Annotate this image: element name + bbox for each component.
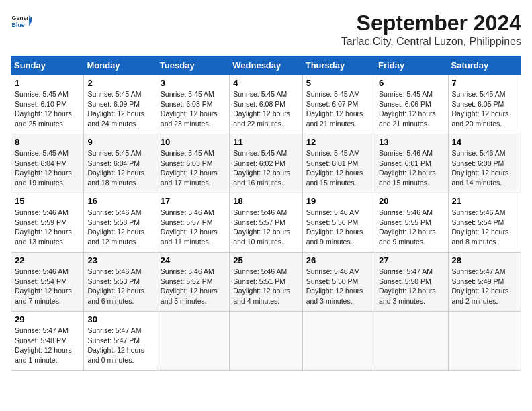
day-number: 19 bbox=[306, 196, 371, 206]
weekday-header-wednesday: Wednesday bbox=[230, 56, 302, 75]
day-info: Sunrise: 5:47 AM Sunset: 5:47 PM Dayligh… bbox=[87, 326, 152, 365]
weekday-header-thursday: Thursday bbox=[302, 56, 375, 75]
weekday-header-monday: Monday bbox=[84, 56, 157, 75]
day-info: Sunrise: 5:46 AM Sunset: 5:57 PM Dayligh… bbox=[233, 208, 298, 247]
day-number: 1 bbox=[15, 78, 80, 88]
day-number: 28 bbox=[452, 255, 517, 265]
calendar-cell: 4Sunrise: 5:45 AM Sunset: 6:08 PM Daylig… bbox=[230, 75, 302, 134]
day-info: Sunrise: 5:47 AM Sunset: 5:50 PM Dayligh… bbox=[379, 267, 444, 306]
calendar-cell bbox=[375, 312, 448, 371]
day-info: Sunrise: 5:46 AM Sunset: 5:51 PM Dayligh… bbox=[233, 267, 298, 306]
day-number: 16 bbox=[87, 196, 152, 206]
day-info: Sunrise: 5:46 AM Sunset: 6:00 PM Dayligh… bbox=[452, 148, 517, 188]
weekday-header-tuesday: Tuesday bbox=[157, 56, 229, 75]
day-info: Sunrise: 5:46 AM Sunset: 5:55 PM Dayligh… bbox=[379, 208, 444, 247]
day-info: Sunrise: 5:45 AM Sunset: 6:01 PM Dayligh… bbox=[306, 148, 371, 188]
calendar-cell: 28Sunrise: 5:47 AM Sunset: 5:49 PM Dayli… bbox=[448, 253, 521, 312]
week-row-1: 1Sunrise: 5:45 AM Sunset: 6:10 PM Daylig… bbox=[11, 75, 521, 134]
calendar-cell bbox=[157, 312, 229, 371]
day-number: 22 bbox=[15, 255, 80, 265]
calendar-cell: 8Sunrise: 5:45 AM Sunset: 6:04 PM Daylig… bbox=[11, 134, 84, 193]
calendar-cell bbox=[302, 312, 375, 371]
day-number: 21 bbox=[452, 196, 517, 206]
calendar-cell: 2Sunrise: 5:45 AM Sunset: 6:09 PM Daylig… bbox=[84, 75, 157, 134]
day-info: Sunrise: 5:46 AM Sunset: 5:50 PM Dayligh… bbox=[306, 267, 371, 306]
weekday-header-saturday: Saturday bbox=[448, 56, 521, 75]
day-number: 8 bbox=[15, 137, 80, 147]
calendar-cell: 6Sunrise: 5:45 AM Sunset: 6:06 PM Daylig… bbox=[375, 75, 448, 134]
day-number: 6 bbox=[379, 78, 444, 88]
calendar-cell: 19Sunrise: 5:46 AM Sunset: 5:56 PM Dayli… bbox=[302, 193, 375, 253]
day-number: 18 bbox=[233, 196, 298, 206]
day-info: Sunrise: 5:46 AM Sunset: 5:59 PM Dayligh… bbox=[15, 208, 80, 247]
day-number: 17 bbox=[161, 196, 226, 206]
day-number: 15 bbox=[15, 196, 80, 206]
day-number: 27 bbox=[379, 255, 444, 265]
calendar-cell: 16Sunrise: 5:46 AM Sunset: 5:58 PM Dayli… bbox=[84, 193, 157, 253]
calendar-cell: 22Sunrise: 5:46 AM Sunset: 5:54 PM Dayli… bbox=[11, 253, 84, 312]
calendar-cell: 29Sunrise: 5:47 AM Sunset: 5:48 PM Dayli… bbox=[11, 312, 84, 371]
calendar-cell: 15Sunrise: 5:46 AM Sunset: 5:59 PM Dayli… bbox=[11, 193, 84, 253]
weekday-header-friday: Friday bbox=[375, 56, 448, 75]
calendar-cell: 17Sunrise: 5:46 AM Sunset: 5:57 PM Dayli… bbox=[157, 193, 229, 253]
calendar-cell: 23Sunrise: 5:46 AM Sunset: 5:53 PM Dayli… bbox=[84, 253, 157, 312]
day-info: Sunrise: 5:46 AM Sunset: 5:52 PM Dayligh… bbox=[161, 267, 226, 306]
month-title: September 2024 bbox=[341, 11, 521, 36]
day-info: Sunrise: 5:47 AM Sunset: 5:48 PM Dayligh… bbox=[15, 326, 80, 365]
day-number: 10 bbox=[161, 137, 226, 147]
title-area: September 2024 Tarlac City, Central Luzo… bbox=[341, 11, 521, 48]
calendar-cell: 27Sunrise: 5:47 AM Sunset: 5:50 PM Dayli… bbox=[375, 253, 448, 312]
day-number: 13 bbox=[379, 137, 444, 147]
calendar-cell: 14Sunrise: 5:46 AM Sunset: 6:00 PM Dayli… bbox=[448, 134, 521, 193]
calendar-cell: 20Sunrise: 5:46 AM Sunset: 5:55 PM Dayli… bbox=[375, 193, 448, 253]
calendar-cell bbox=[230, 312, 302, 371]
calendar-cell: 1Sunrise: 5:45 AM Sunset: 6:10 PM Daylig… bbox=[11, 75, 84, 134]
calendar-cell: 12Sunrise: 5:45 AM Sunset: 6:01 PM Dayli… bbox=[302, 134, 375, 193]
day-info: Sunrise: 5:46 AM Sunset: 6:01 PM Dayligh… bbox=[379, 148, 444, 188]
calendar-cell: 30Sunrise: 5:47 AM Sunset: 5:47 PM Dayli… bbox=[84, 312, 157, 371]
day-number: 25 bbox=[233, 255, 298, 265]
calendar-cell: 25Sunrise: 5:46 AM Sunset: 5:51 PM Dayli… bbox=[230, 253, 302, 312]
day-info: Sunrise: 5:46 AM Sunset: 5:53 PM Dayligh… bbox=[87, 267, 152, 306]
day-number: 20 bbox=[379, 196, 444, 206]
day-info: Sunrise: 5:45 AM Sunset: 6:09 PM Dayligh… bbox=[87, 89, 152, 129]
day-info: Sunrise: 5:46 AM Sunset: 5:54 PM Dayligh… bbox=[15, 267, 80, 306]
day-number: 29 bbox=[15, 314, 80, 324]
day-info: Sunrise: 5:46 AM Sunset: 5:56 PM Dayligh… bbox=[306, 208, 371, 247]
weekday-header-sunday: Sunday bbox=[11, 56, 84, 75]
weekday-header-row: SundayMondayTuesdayWednesdayThursdayFrid… bbox=[11, 56, 521, 75]
day-info: Sunrise: 5:45 AM Sunset: 6:06 PM Dayligh… bbox=[379, 89, 444, 129]
day-number: 3 bbox=[161, 78, 226, 88]
day-info: Sunrise: 5:45 AM Sunset: 6:07 PM Dayligh… bbox=[306, 89, 371, 129]
calendar-cell: 7Sunrise: 5:45 AM Sunset: 6:05 PM Daylig… bbox=[448, 75, 521, 134]
day-number: 26 bbox=[306, 255, 371, 265]
week-row-4: 22Sunrise: 5:46 AM Sunset: 5:54 PM Dayli… bbox=[11, 253, 521, 312]
day-info: Sunrise: 5:46 AM Sunset: 5:57 PM Dayligh… bbox=[161, 208, 226, 247]
calendar-body: 1Sunrise: 5:45 AM Sunset: 6:10 PM Daylig… bbox=[11, 75, 521, 371]
day-number: 30 bbox=[87, 314, 152, 324]
calendar-cell: 18Sunrise: 5:46 AM Sunset: 5:57 PM Dayli… bbox=[230, 193, 302, 253]
week-row-2: 8Sunrise: 5:45 AM Sunset: 6:04 PM Daylig… bbox=[11, 134, 521, 193]
day-info: Sunrise: 5:45 AM Sunset: 6:05 PM Dayligh… bbox=[452, 89, 517, 129]
day-info: Sunrise: 5:45 AM Sunset: 6:08 PM Dayligh… bbox=[233, 89, 298, 129]
day-number: 4 bbox=[233, 78, 298, 88]
day-number: 7 bbox=[452, 78, 517, 88]
week-row-5: 29Sunrise: 5:47 AM Sunset: 5:48 PM Dayli… bbox=[11, 312, 521, 371]
day-number: 14 bbox=[452, 137, 517, 147]
day-info: Sunrise: 5:45 AM Sunset: 6:04 PM Dayligh… bbox=[15, 148, 80, 188]
day-number: 24 bbox=[161, 255, 226, 265]
calendar-cell bbox=[448, 312, 521, 371]
calendar-cell: 10Sunrise: 5:45 AM Sunset: 6:03 PM Dayli… bbox=[157, 134, 229, 193]
day-info: Sunrise: 5:45 AM Sunset: 6:03 PM Dayligh… bbox=[161, 148, 226, 188]
calendar-cell: 24Sunrise: 5:46 AM Sunset: 5:52 PM Dayli… bbox=[157, 253, 229, 312]
day-number: 12 bbox=[306, 137, 371, 147]
day-info: Sunrise: 5:47 AM Sunset: 5:49 PM Dayligh… bbox=[452, 267, 517, 306]
day-info: Sunrise: 5:45 AM Sunset: 6:10 PM Dayligh… bbox=[15, 89, 80, 129]
day-info: Sunrise: 5:45 AM Sunset: 6:02 PM Dayligh… bbox=[233, 148, 298, 188]
calendar-cell: 5Sunrise: 5:45 AM Sunset: 6:07 PM Daylig… bbox=[302, 75, 375, 134]
calendar-cell: 26Sunrise: 5:46 AM Sunset: 5:50 PM Dayli… bbox=[302, 253, 375, 312]
calendar-cell: 11Sunrise: 5:45 AM Sunset: 6:02 PM Dayli… bbox=[230, 134, 302, 193]
day-number: 2 bbox=[87, 78, 152, 88]
svg-text:Blue: Blue bbox=[12, 21, 25, 28]
day-number: 23 bbox=[87, 255, 152, 265]
